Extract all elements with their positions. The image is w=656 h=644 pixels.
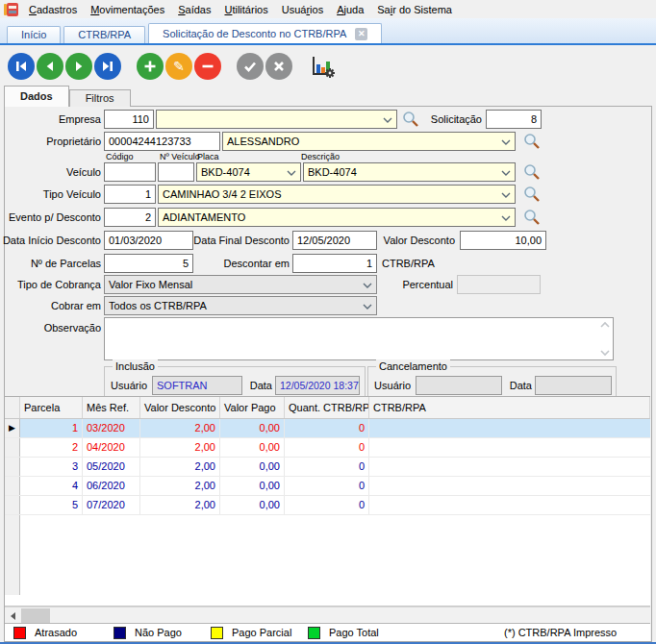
cancelamento-data-field xyxy=(535,376,612,395)
valor-desconto-field[interactable]: 10,00 xyxy=(460,231,546,250)
menu-item-utilitarios[interactable]: Utilitários xyxy=(217,2,274,17)
col-parcela[interactable]: Parcela xyxy=(20,397,83,418)
veiculo-numero-field[interactable] xyxy=(158,162,194,182)
col-mes-ref[interactable]: Mês Ref. xyxy=(83,397,140,418)
col-ctrb[interactable]: CTRB/RPA xyxy=(369,397,650,418)
tab-close-icon[interactable]: ✕ xyxy=(355,28,367,40)
inclusao-data-field: 12/05/2020 18:37 xyxy=(275,376,360,395)
insert-record-button[interactable] xyxy=(137,53,164,80)
tipo-veiculo-combo[interactable]: CAMINHAO 3/4 2 EIXOS xyxy=(158,185,516,204)
menu-item-ajuda[interactable]: Ajuda xyxy=(330,2,370,17)
veiculo-col-placa-label: Placa xyxy=(197,152,219,161)
last-record-button[interactable] xyxy=(94,53,121,80)
table-row[interactable]: 5 07/2020 2,00 0,00 0 xyxy=(5,496,650,515)
delete-record-icon xyxy=(200,59,215,74)
confirm-button[interactable] xyxy=(237,53,264,80)
cobrar-em-combo[interactable]: Todos os CTRB/RPA xyxy=(104,296,377,315)
veiculo-codigo-field[interactable] xyxy=(104,162,156,182)
cobrar-em-label: Cobrar em xyxy=(0,296,101,315)
veiculo-col-descricao-label: Descrição xyxy=(301,152,340,161)
menu-item-cadastros[interactable]: Cadastros xyxy=(22,2,84,17)
col-quant-ctrb[interactable]: Quant. CTRB/RPA xyxy=(285,397,369,418)
empresa-name-combo[interactable] xyxy=(156,110,397,129)
grid-horizontal-scrollbar[interactable] xyxy=(5,607,650,623)
veiculo-descricao-combo[interactable]: BKD-4074 xyxy=(303,162,516,182)
cancel-button[interactable] xyxy=(265,53,292,80)
status-legend: Atrasado Não Pago Pago Parcial Pago Tota… xyxy=(5,623,650,641)
edit-record-button[interactable]: ✎ xyxy=(165,53,192,80)
veiculo-placa-combo[interactable]: BKD-4074 xyxy=(196,162,301,182)
evento-code-field[interactable]: 2 xyxy=(104,208,156,227)
legend-swatch-nao-pago xyxy=(114,627,126,639)
proprietario-search-icon[interactable] xyxy=(523,133,541,150)
tab-ctrb-rpa[interactable]: CTRB/RPA xyxy=(63,26,145,43)
cancel-icon xyxy=(272,60,286,73)
delete-record-button[interactable] xyxy=(194,53,221,80)
menu-item-saidas[interactable]: Saídas xyxy=(171,2,217,17)
grid-indicator-header xyxy=(5,397,20,418)
tipo-cobranca-label: Tipo de Cobrança xyxy=(0,275,101,294)
solicitacao-label: Solicitação xyxy=(386,110,482,129)
grid-empty-area xyxy=(5,515,650,595)
menu-item-movimentacoes[interactable]: Movimentações xyxy=(84,2,171,17)
col-valor-pago[interactable]: Valor Pago xyxy=(220,397,285,418)
legend-label-atrasado: Atrasado xyxy=(35,624,77,642)
inclusao-data-label: Data xyxy=(245,376,272,395)
evento-combo[interactable]: ADIANTAMENTO xyxy=(158,208,516,227)
app-icon xyxy=(4,3,18,16)
row-indicator: ▶ xyxy=(5,419,20,437)
chart-settings-icon xyxy=(310,54,335,79)
veiculo-search-icon[interactable] xyxy=(523,163,541,181)
evento-search-icon[interactable] xyxy=(523,209,541,226)
prior-record-button[interactable] xyxy=(37,53,63,80)
scrollbar-thumb[interactable] xyxy=(21,608,50,623)
observacao-textarea[interactable] xyxy=(104,317,614,360)
valor-desconto-label: Valor Desconto xyxy=(351,231,455,250)
dados-panel: Empresa 110 Solicitação 8 Proprietário 0… xyxy=(4,106,652,642)
table-row[interactable]: 3 05/2020 2,00 0,00 0 xyxy=(5,458,650,477)
num-parcelas-field[interactable]: 5 xyxy=(104,254,193,273)
empresa-label: Empresa xyxy=(0,110,101,129)
col-valor-desconto[interactable]: Valor Desconto xyxy=(140,397,220,418)
proprietario-code-field[interactable]: 00004244123733 xyxy=(104,132,220,151)
tab-dados[interactable]: Dados xyxy=(4,86,69,107)
veiculo-col-numero-label: Nº Veículo xyxy=(160,152,200,161)
tab-filtros[interactable]: Filtros xyxy=(69,89,131,107)
chevron-down-icon xyxy=(363,304,372,310)
legend-swatch-pago-parcial xyxy=(211,627,223,639)
chart-settings-button[interactable] xyxy=(308,53,337,80)
table-row[interactable]: 4 06/2020 2,00 0,00 0 xyxy=(5,477,650,496)
scroll-left-icon xyxy=(11,612,15,620)
proprietario-label: Proprietário xyxy=(0,132,101,151)
parcelas-grid: Parcela Mês Ref. Valor Desconto Valor Pa… xyxy=(5,396,650,607)
percentual-field xyxy=(457,275,541,294)
scroll-up-icon[interactable] xyxy=(599,321,611,329)
solicitacao-field[interactable]: 8 xyxy=(486,110,542,129)
data-inicio-field[interactable]: 01/03/2020 xyxy=(104,231,193,250)
table-row[interactable]: 2 04/2020 2,00 0,00 0 xyxy=(5,438,650,458)
percentual-label: Percentual xyxy=(349,275,453,294)
first-record-button[interactable] xyxy=(8,53,35,80)
grid-header: Parcela Mês Ref. Valor Desconto Valor Pa… xyxy=(5,397,650,419)
data-final-label: Data Final Desconto xyxy=(184,231,290,250)
proprietario-name-combo[interactable]: ALESSANDRO xyxy=(222,132,516,151)
chevron-down-icon xyxy=(501,139,511,145)
legend-label-pago-parcial: Pago Parcial xyxy=(232,624,291,642)
scroll-left-button[interactable] xyxy=(5,608,21,623)
menu-item-usuarios[interactable]: Usuários xyxy=(275,2,330,17)
last-record-icon xyxy=(100,59,115,74)
descontar-em-field[interactable]: 1 xyxy=(292,254,377,273)
confirm-icon xyxy=(242,59,258,74)
next-record-button[interactable] xyxy=(65,53,92,80)
tipo-veiculo-search-icon[interactable] xyxy=(523,186,541,203)
tab-inicio[interactable]: Início xyxy=(7,26,61,43)
table-row[interactable]: ▶ 1 03/2020 2,00 0,00 0 xyxy=(5,419,650,438)
tipo-cobranca-combo[interactable]: Valor Fixo Mensal xyxy=(104,275,377,294)
legend-swatch-atrasado xyxy=(13,627,26,639)
scroll-down-icon[interactable] xyxy=(599,349,611,357)
tipo-veiculo-code-field[interactable]: 1 xyxy=(104,185,156,204)
empresa-code-field[interactable]: 110 xyxy=(104,110,154,129)
tab-solicitacao-desconto[interactable]: Solicitação de Desconto no CTRB/RPA ✕ xyxy=(148,23,382,43)
menu-item-sair[interactable]: Sair do Sistema xyxy=(370,2,459,17)
legend-swatch-pago-total xyxy=(308,627,320,639)
